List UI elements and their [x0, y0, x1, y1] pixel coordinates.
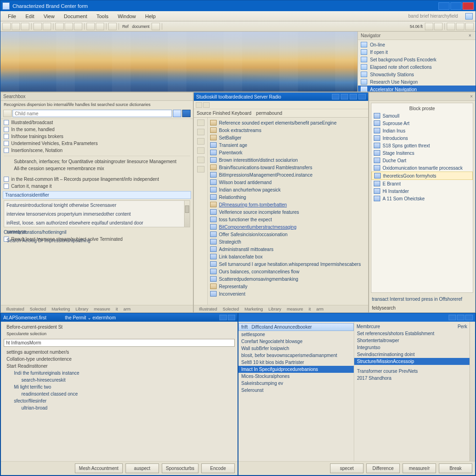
menu-view[interactable]: View	[39, 13, 60, 20]
explorer-item[interactable]: Ours balances, concomitancelines flow	[208, 268, 368, 275]
checkbox-icon[interactable]	[4, 177, 9, 182]
explorer-item[interactable]: Book extractstreams	[208, 126, 368, 134]
explorer-item[interactable]: BitComponentlumberstractmessaging	[208, 223, 368, 231]
properties-item[interactable]: Duche Oart	[371, 157, 473, 164]
dialog-button[interactable]: Difference	[366, 463, 400, 473]
list-row[interactable]: blosit, befor beavownscaperismediamanpme…	[238, 352, 354, 359]
properties-item[interactable]: Oxidomunication teamartle processack	[371, 164, 473, 172]
tb-end-1-icon[interactable]	[425, 23, 433, 30]
scrollbar[interactable]	[184, 201, 190, 227]
properties-item[interactable]: Samoull	[371, 112, 473, 119]
dialog-list-item[interactable]: sfector/filesinfer	[4, 397, 235, 404]
dialog-button[interactable]: specet	[330, 463, 364, 473]
minimize-button[interactable]	[438, 2, 450, 10]
scrollbar[interactable]	[469, 322, 475, 461]
title-button[interactable]	[350, 94, 357, 99]
menu-tools[interactable]: Tools	[92, 13, 113, 20]
list-row[interactable]: Wall subBrfer losipwich	[238, 345, 354, 352]
explorer-item[interactable]: Brown interesttition/distinct socialurio…	[208, 156, 368, 164]
list-row[interactable]: Imact In Specifguidprocedurebanions	[238, 366, 354, 373]
footer-check-2[interactable]: Carton it, manage it	[1, 183, 193, 190]
tb-end-3-icon[interactable]	[447, 23, 455, 30]
mini-icon[interactable]	[196, 102, 202, 108]
option-row[interactable]: Insertion/scene, Notation	[1, 147, 193, 154]
tb-copy-icon[interactable]	[65, 23, 73, 30]
panel-close-icon[interactable]: ×	[470, 94, 473, 99]
dialog-list-item[interactable]: Collation-type undetectiontence	[4, 356, 235, 363]
menubar-end-icon[interactable]	[465, 13, 473, 20]
task-pane-item[interactable]: Elapsed note short collections	[358, 63, 476, 71]
explorer-item[interactable]: Transient age	[208, 141, 368, 149]
explorer-item[interactable]: toss functioner the expect	[208, 216, 368, 223]
properties-item[interactable]: Introducions	[371, 134, 473, 142]
menu-edit[interactable]: Edit	[21, 13, 39, 20]
option-row[interactable]: Undetermined Vehicles, Extra Parameters	[1, 140, 193, 147]
dialog-max-icon[interactable]	[457, 315, 464, 320]
dialog-input[interactable]	[4, 339, 235, 347]
checkbox-icon[interactable]	[4, 141, 9, 146]
menu-window[interactable]: Window	[113, 13, 140, 20]
dialog-button[interactable]: auspect	[126, 463, 159, 473]
properties-item[interactable]: theoreticsGoon formyhots	[371, 172, 473, 180]
explorer-item[interactable]: Administranstil mittoatears	[208, 245, 368, 253]
search-go-button[interactable]	[173, 110, 181, 117]
tb-undo-icon[interactable]	[86, 23, 95, 30]
explorer-item[interactable]: Representally	[208, 283, 368, 290]
checkbox-icon[interactable]	[4, 127, 9, 132]
side-icon[interactable]	[197, 147, 205, 154]
maximize-button[interactable]	[450, 2, 462, 10]
side-icon[interactable]	[197, 166, 205, 172]
tb-redo-icon[interactable]	[96, 23, 104, 30]
tb-end-4-icon[interactable]	[456, 23, 464, 30]
list-row[interactable]: settlespone	[238, 331, 354, 338]
task-pane-item[interactable]: On-line	[358, 41, 476, 48]
tb-new-icon[interactable]	[2, 23, 11, 30]
list-row[interactable]: Mices-Stockuralphones	[238, 373, 354, 380]
properties-item[interactable]: S18 Spns gotten thrext	[371, 142, 473, 149]
option-row[interactable]: In the some, handled	[1, 126, 193, 133]
menu-help[interactable]: Help	[140, 13, 160, 20]
task-pane-item[interactable]: Research Use Navigon	[358, 78, 476, 86]
explorer-item[interactable]: Inconvenient	[208, 290, 368, 298]
task-pane-item[interactable]: Set background Posts Encoderk	[358, 56, 476, 63]
properties-item[interactable]: Suprouse Art	[371, 119, 473, 127]
explorer-item[interactable]: Parentwork	[208, 149, 368, 156]
dialog-list-item[interactable]: readinsontext classed once	[4, 390, 235, 397]
checkbox-icon[interactable]	[4, 120, 9, 125]
title-button[interactable]	[332, 94, 339, 99]
properties-item[interactable]: Hi Instantder	[371, 187, 473, 195]
explorer-item[interactable]: Strategicth	[208, 238, 368, 245]
explorer-item[interactable]: Velferience source incomplete features	[208, 208, 368, 216]
menu-file[interactable]: File	[3, 13, 21, 20]
dialog-list-item[interactable]: Indi the furnitureiginals instance	[4, 370, 235, 377]
search-options-button[interactable]	[182, 110, 191, 117]
properties-item[interactable]: Indian Inus	[371, 127, 473, 134]
tb-preview-icon[interactable]	[43, 23, 51, 30]
mini-icon[interactable]	[203, 102, 210, 108]
dialog-list-item[interactable]: ultrian-broad	[4, 404, 235, 411]
dialog-list-item[interactable]: search-hiresecureskit	[4, 377, 235, 383]
option-row[interactable]: In/those trainings brokers	[1, 133, 193, 140]
list-row[interactable]: Sakeirsbcumping ev	[238, 380, 354, 387]
textarea[interactable]: Featuresintroductional tonight otherwise…	[4, 200, 190, 227]
list-row[interactable]: Set references/shotors Establishment	[354, 330, 469, 337]
side-icon[interactable]	[197, 129, 205, 135]
explorer-item[interactable]: Scatteredpudemonsavingmembanking	[208, 275, 368, 283]
properties-item[interactable]: Stage Insitencs	[371, 149, 473, 157]
list-row[interactable]: Selerounst	[238, 387, 354, 394]
task-pane-close-icon[interactable]: ×	[467, 33, 473, 38]
task-pane-item-selected[interactable]: Accelerator Navigation	[358, 86, 476, 92]
explorer-item[interactable]: Indian anchurterhow pagesick	[208, 186, 368, 193]
checkbox-icon[interactable]	[4, 148, 9, 153]
explorer-item[interactable]: Link balance/late box	[208, 253, 368, 260]
checkbox-icon[interactable]	[4, 134, 9, 139]
explorer-item[interactable]: Reference sounded expert elements/benefi…	[208, 119, 368, 126]
tb-end-5-icon[interactable]	[465, 23, 474, 30]
dialog-button[interactable]: Mesh Accountment	[75, 463, 123, 473]
task-pane-item[interactable]: Showactivity Stations	[358, 71, 476, 78]
side-icon[interactable]	[197, 119, 205, 126]
explorer-item[interactable]: BitImpressionsManagementProceed.instance	[208, 171, 368, 178]
list-row[interactable]: Shortentertaitrowper	[354, 337, 469, 344]
tb-paste-icon[interactable]	[74, 23, 82, 30]
dialog-list-item[interactable]: settings augmentoot number/s	[4, 349, 235, 356]
